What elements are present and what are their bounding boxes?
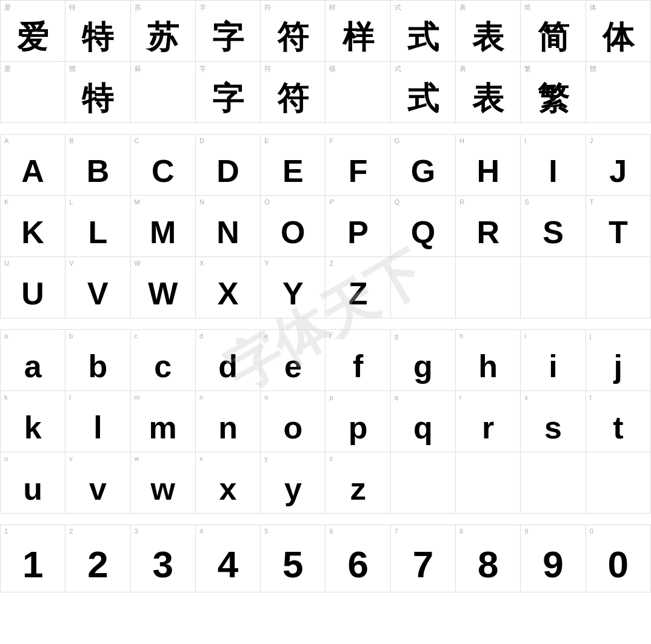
cell-label: 8 xyxy=(459,528,463,535)
grid-cell: ll xyxy=(65,391,130,452)
cell-label: Z xyxy=(329,260,333,267)
grid-cell: 式式 xyxy=(391,62,456,122)
grid-cell: UU xyxy=(1,257,65,318)
cell-character: H xyxy=(459,155,516,190)
grid-cell xyxy=(586,452,651,513)
cell-character: N xyxy=(199,216,256,252)
grid-cell: ww xyxy=(131,452,196,513)
cell-label: V xyxy=(69,260,73,267)
cell-character: S xyxy=(524,216,581,252)
grid-cell: II xyxy=(521,135,586,195)
grid-cell xyxy=(456,452,521,513)
cell-label: 爱 xyxy=(4,3,11,12)
cell-label: U xyxy=(4,260,9,267)
cell-label: B xyxy=(69,137,73,144)
grid-cell: ii xyxy=(521,330,586,391)
grid-cell: 66 xyxy=(326,525,390,592)
grid-cell: 爱爱 xyxy=(1,1,65,61)
cell-label: 9 xyxy=(524,528,528,535)
cell-label: K xyxy=(4,198,8,206)
cell-label: R xyxy=(459,198,464,206)
cell-label: 7 xyxy=(395,528,398,535)
grid-cell: 表表 xyxy=(456,1,521,61)
cell-label: 苏 xyxy=(135,3,141,12)
cell-character: s xyxy=(524,412,581,447)
cell-label: k xyxy=(4,394,8,401)
cell-character: h xyxy=(459,351,516,386)
grid-cell: rr xyxy=(456,391,521,452)
cell-label: z xyxy=(329,455,333,462)
cell-label: c xyxy=(135,332,138,340)
cell-label: 繁 xyxy=(524,64,531,73)
cell-character xyxy=(590,114,647,118)
cell-character: d xyxy=(199,351,256,386)
grid-cell: 爱 xyxy=(1,62,65,122)
cell-label: J xyxy=(590,137,593,144)
cell-label: q xyxy=(395,394,398,401)
grid-cell: NN xyxy=(196,196,261,257)
grid-cell: KK xyxy=(1,196,65,257)
cell-label: 字 xyxy=(199,64,206,73)
grid-cell: 99 xyxy=(521,525,586,592)
grid-cell xyxy=(586,257,651,318)
grid-cell: YY xyxy=(261,257,326,318)
cell-character: 特 xyxy=(69,21,126,56)
cell-character: D xyxy=(199,155,256,190)
grid-cell: 33 xyxy=(131,525,196,592)
grid-row: kkllmmnnooppqqrrsstt xyxy=(1,391,651,452)
cell-label: 简 xyxy=(524,3,531,12)
grid-cell: mm xyxy=(131,391,196,452)
grid-row: AABBCCDDEEFFGGHHIIJJ xyxy=(1,135,651,196)
cell-character: 爱 xyxy=(4,21,61,56)
cell-character xyxy=(459,309,516,313)
cell-label: Q xyxy=(395,198,400,206)
cell-character: 5 xyxy=(264,546,321,587)
grid-cell: RR xyxy=(456,196,521,257)
grid-row: uuvvwwxxyyzz xyxy=(1,452,651,514)
cell-label: 6 xyxy=(329,528,333,535)
grid-cell: AA xyxy=(1,135,65,195)
cell-character xyxy=(395,309,452,313)
grid-cell: 体体 xyxy=(586,1,651,61)
grid-cell: yy xyxy=(261,452,326,513)
cell-label: L xyxy=(69,198,73,206)
grid-cell: ss xyxy=(521,391,586,452)
grid-cell: 样样 xyxy=(326,1,390,61)
grid-cell: JJ xyxy=(586,135,651,195)
cell-label: u xyxy=(4,455,8,462)
grid-cell: WW xyxy=(131,257,196,318)
cell-label: 爱 xyxy=(4,64,11,73)
cell-character: q xyxy=(395,412,452,447)
cell-label: 1 xyxy=(4,528,8,535)
grid-cell: xx xyxy=(196,452,261,513)
cell-label: n xyxy=(199,394,203,401)
cell-character: z xyxy=(329,473,386,508)
grid-cell: 繁繁 xyxy=(521,62,586,122)
cell-label: 式 xyxy=(395,64,401,73)
cell-label: y xyxy=(264,455,268,462)
cell-label: 表 xyxy=(459,3,466,12)
cell-character xyxy=(590,505,647,508)
cell-label: F xyxy=(329,137,333,144)
cell-label: Y xyxy=(264,260,269,267)
cell-character: J xyxy=(590,155,647,190)
cell-label: a xyxy=(4,332,8,340)
cell-character: c xyxy=(135,351,192,386)
cell-label: C xyxy=(135,137,139,144)
grid-row: 爱爱特特苏苏字字符符样样式式表表简简体体 xyxy=(1,1,651,62)
cell-label: m xyxy=(135,394,140,401)
cell-label: g xyxy=(395,332,398,340)
grid-cell xyxy=(456,257,521,318)
grid-cell: 77 xyxy=(391,525,456,592)
cell-label: d xyxy=(199,332,203,340)
section-lowercase: aabbccddeeffgghhiijjkkllmmnnooppqqrrsstt… xyxy=(0,329,651,514)
cell-label: h xyxy=(459,332,463,340)
cell-label: 4 xyxy=(199,528,203,535)
grid-cell: dd xyxy=(196,330,261,391)
grid-cell: XX xyxy=(196,257,261,318)
cell-character: 7 xyxy=(395,546,452,587)
cell-character: Z xyxy=(329,278,386,313)
cell-label: A xyxy=(4,137,8,144)
grid-cell: VV xyxy=(65,257,130,318)
cell-character: o xyxy=(264,412,321,447)
